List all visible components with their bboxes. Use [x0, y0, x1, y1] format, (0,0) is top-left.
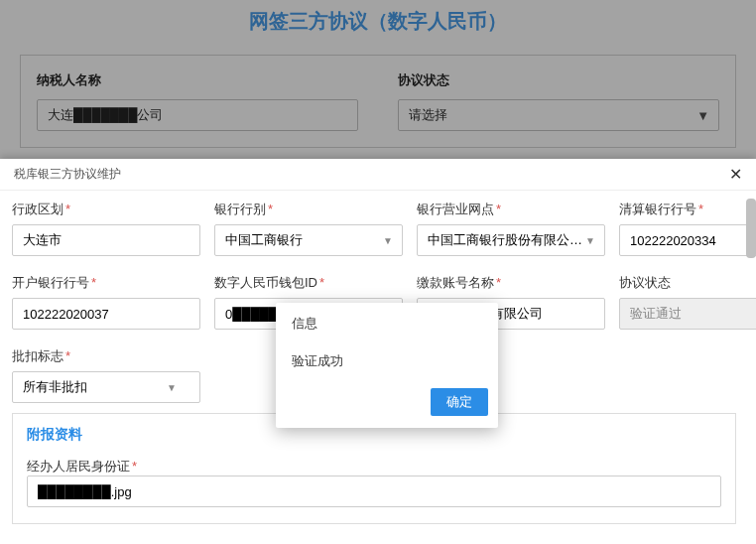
wallet-id-label: 数字人民币钱包ID*	[214, 274, 403, 292]
branch-select[interactable]	[417, 224, 605, 256]
attachment-section: 附报资料 经办人居民身份证*	[12, 413, 736, 524]
message-body: 验证成功	[276, 339, 498, 388]
branch-label: 银行营业网点*	[417, 201, 605, 218]
message-title: 信息	[276, 303, 498, 339]
message-dialog: 信息 验证成功 确定	[276, 303, 498, 428]
account-name-label: 缴款账号名称*	[417, 274, 605, 292]
message-ok-button[interactable]: 确定	[431, 388, 488, 416]
attachment-section-title: 附报资料	[27, 426, 721, 444]
open-bank-no-label: 开户银行行号*	[12, 274, 200, 292]
batch-flag-label: 批扣标志*	[12, 347, 187, 365]
region-input[interactable]	[12, 224, 200, 256]
dialog-title: 税库银三方协议维护	[14, 166, 121, 183]
bank-type-select[interactable]	[214, 224, 403, 256]
bank-type-label: 银行行别*	[214, 201, 403, 218]
protocol-status-select	[619, 298, 756, 330]
region-label: 行政区划*	[12, 201, 200, 218]
clearing-bank-no-input[interactable]	[619, 224, 756, 256]
close-icon[interactable]: ✕	[729, 165, 742, 184]
protocol-status-label: 协议状态	[619, 274, 756, 292]
batch-flag-select[interactable]	[12, 371, 200, 403]
clearing-bank-no-label: 清算银行行号*	[619, 201, 756, 218]
idcard-label: 经办人居民身份证*	[27, 459, 137, 474]
open-bank-no-input[interactable]	[12, 298, 200, 330]
scrollbar-thumb[interactable]	[746, 199, 756, 258]
idcard-file-input[interactable]	[27, 476, 721, 507]
